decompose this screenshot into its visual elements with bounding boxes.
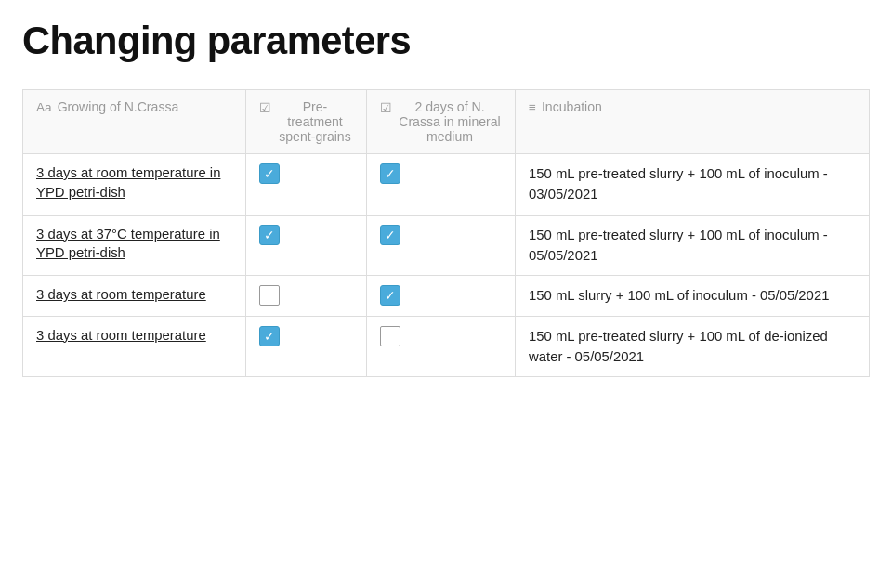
row-twodays-cell: [367, 316, 516, 377]
checkbox-unchecked[interactable]: [259, 285, 280, 306]
col-2days-label: 2 days of N. Crassa in mineral medium: [398, 99, 502, 144]
col-header-name: Aa Growing of N.Crassa: [23, 90, 246, 154]
text-icon: Aa: [36, 100, 52, 114]
page-title: Changing parameters: [22, 19, 870, 63]
row-name-cell: 3 days at room temperature: [23, 276, 246, 316]
table-row: 3 days at room temperature in YPD petri-…: [23, 154, 870, 216]
row-incubation-cell: 150 mL pre-treated slurry + 100 mL of in…: [516, 154, 870, 216]
check-icon-1: ☑: [259, 100, 271, 115]
row-name-cell: 3 days at room temperature in YPD petri-…: [23, 154, 246, 216]
row-pretreatment-cell: [246, 276, 367, 316]
list-icon: ≡: [529, 100, 536, 114]
checkbox-checked[interactable]: ✓: [259, 163, 280, 184]
col-pretreatment-label: Pre-treatment spent-grains: [277, 99, 353, 144]
row-name-link[interactable]: 3 days at room temperature: [36, 328, 206, 343]
row-incubation-cell: 150 mL slurry + 100 mL of inoculum - 05/…: [516, 276, 870, 316]
table-row: 3 days at room temperature✓150 mL slurry…: [23, 276, 870, 316]
col-name-label: Growing of N.Crassa: [58, 99, 179, 114]
row-incubation-cell: 150 mL pre-treated slurry + 100 mL of de…: [516, 316, 870, 377]
row-pretreatment-cell: ✓: [246, 154, 367, 216]
check-icon-2: ☑: [380, 100, 392, 115]
row-incubation-cell: 150 mL pre-treated slurry + 100 mL of in…: [516, 215, 870, 276]
row-twodays-cell: ✓: [367, 215, 516, 276]
table-row: 3 days at 37°C temperature in YPD petri-…: [23, 215, 870, 276]
row-pretreatment-cell: ✓: [246, 215, 367, 276]
row-name-link[interactable]: 3 days at 37°C temperature in YPD petri-…: [36, 227, 220, 261]
col-header-2days: ☑ 2 days of N. Crassa in mineral medium: [367, 90, 516, 154]
row-name-cell: 3 days at room temperature: [23, 316, 246, 377]
row-name-link[interactable]: 3 days at room temperature in YPD petri-…: [36, 165, 220, 200]
table-row: 3 days at room temperature✓150 mL pre-tr…: [23, 316, 870, 377]
checkbox-checked[interactable]: ✓: [380, 225, 400, 245]
row-name-cell: 3 days at 37°C temperature in YPD petri-…: [23, 215, 246, 276]
checkbox-checked[interactable]: ✓: [259, 326, 280, 346]
parameters-table: Aa Growing of N.Crassa ☑ Pre-treatment s…: [22, 89, 870, 377]
row-name-link[interactable]: 3 days at room temperature: [36, 287, 206, 302]
col-header-pretreatment: ☑ Pre-treatment spent-grains: [246, 90, 367, 154]
col-header-incubation: ≡ Incubation: [516, 90, 870, 154]
col-incubation-label: Incubation: [542, 99, 602, 114]
checkbox-checked[interactable]: ✓: [380, 163, 400, 184]
checkbox-checked[interactable]: ✓: [259, 225, 280, 245]
checkbox-unchecked[interactable]: [380, 326, 400, 346]
row-twodays-cell: ✓: [367, 276, 516, 316]
checkbox-checked[interactable]: ✓: [380, 285, 400, 306]
row-pretreatment-cell: ✓: [246, 316, 367, 377]
row-twodays-cell: ✓: [367, 154, 516, 216]
